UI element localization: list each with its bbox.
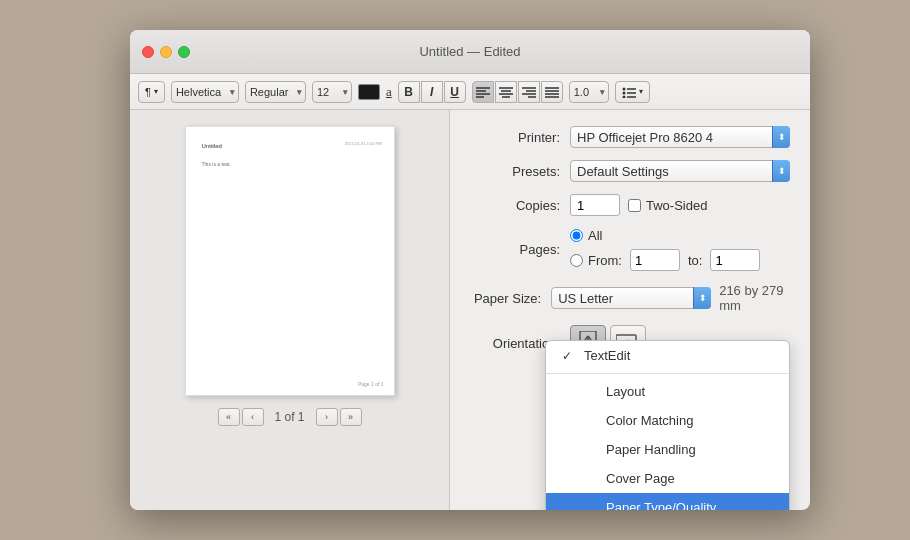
- nav-next-last-group: › »: [316, 408, 362, 426]
- maximize-button[interactable]: [178, 46, 190, 58]
- pages-all-radio-label: All: [570, 228, 760, 243]
- pages-from-radio[interactable]: [570, 254, 583, 267]
- align-right-button[interactable]: [518, 81, 540, 103]
- presets-row: Presets: Default Settings: [470, 160, 790, 182]
- close-button[interactable]: [142, 46, 154, 58]
- printer-label: Printer:: [470, 130, 570, 145]
- align-buttons: [472, 81, 563, 103]
- printer-select[interactable]: HP Officejet Pro 8620 4: [570, 126, 790, 148]
- two-sided-checkbox[interactable]: [628, 199, 641, 212]
- text-color-a[interactable]: a: [386, 84, 392, 100]
- size-selector-wrapper: 12 ▾: [312, 81, 352, 103]
- paper-size-select-wrapper: US Letter: [551, 287, 711, 309]
- svg-point-20: [622, 95, 625, 98]
- format-buttons: B I U: [398, 81, 466, 103]
- line-spacing-wrapper: 1.0 ▾: [569, 81, 609, 103]
- dropdown-item-textedit[interactable]: TextEdit: [546, 341, 789, 370]
- first-page-button[interactable]: «: [218, 408, 240, 426]
- dropdown-item-color-matching[interactable]: Color Matching: [546, 406, 789, 435]
- preview-date: 2015-01-31 4:42 PM: [345, 141, 381, 146]
- pages-from-row: From: to:: [570, 249, 760, 271]
- next-page-button[interactable]: ›: [316, 408, 338, 426]
- copies-input[interactable]: [570, 194, 620, 216]
- font-selector-wrapper: Helvetica ▾: [171, 81, 239, 103]
- size-selector[interactable]: 12: [312, 81, 352, 103]
- align-left-button[interactable]: [472, 81, 494, 103]
- page-count: 1 of 1: [270, 410, 310, 424]
- nav-first-prev-group: « ‹: [218, 408, 264, 426]
- align-center-button[interactable]: [495, 81, 517, 103]
- copies-label: Copies:: [470, 198, 570, 213]
- preview-doc-title: Untitled: [202, 143, 222, 149]
- align-justify-button[interactable]: [541, 81, 563, 103]
- prev-page-button[interactable]: ‹: [242, 408, 264, 426]
- pages-label: Pages:: [470, 242, 570, 257]
- list-dropdown-icon: ▾: [639, 87, 643, 96]
- svg-point-18: [622, 91, 625, 94]
- presets-label: Presets:: [470, 164, 570, 179]
- traffic-lights: [130, 46, 190, 58]
- pages-from-radio-label: From:: [570, 253, 622, 268]
- dropdown-item-paper-type[interactable]: Paper Type/Quality: [546, 493, 789, 510]
- italic-button[interactable]: I: [421, 81, 443, 103]
- print-window: Untitled — Edited ¶ ▾ Helvetica ▾ Regula…: [130, 30, 810, 510]
- settings-panel: Printer: HP Officejet Pro 8620 4 Presets…: [450, 110, 810, 510]
- main-content: Untitled 2015-01-31 4:42 PM This is a te…: [130, 110, 810, 510]
- paper-size-select[interactable]: US Letter: [551, 287, 711, 309]
- color-box[interactable]: [358, 84, 380, 100]
- section-dropdown: TextEdit Layout Color Matching Paper Han…: [545, 340, 790, 510]
- printer-select-wrapper: HP Officejet Pro 8620 4: [570, 126, 790, 148]
- page-preview: Untitled 2015-01-31 4:42 PM This is a te…: [185, 126, 395, 396]
- pages-all-radio[interactable]: [570, 229, 583, 242]
- pages-to-label: to:: [688, 253, 702, 268]
- last-page-button[interactable]: »: [340, 408, 362, 426]
- paragraph-icon: ¶: [145, 86, 151, 98]
- paper-size-label: Paper Size:: [470, 291, 551, 306]
- pages-from-input[interactable]: [630, 249, 680, 271]
- preview-page-number: Page 1 of 1: [358, 381, 384, 387]
- paragraph-button[interactable]: ¶ ▾: [138, 81, 165, 103]
- pages-row: Pages: All From: to:: [470, 228, 790, 271]
- window-title: Untitled — Edited: [419, 44, 520, 59]
- pages-radio-group: All From: to:: [570, 228, 760, 271]
- paper-size-row: Paper Size: US Letter 216 by 279 mm: [470, 283, 790, 313]
- preview-controls: « ‹ 1 of 1 › »: [218, 408, 362, 426]
- two-sided-label: Two-Sided: [628, 198, 707, 213]
- dropdown-item-cover-page[interactable]: Cover Page: [546, 464, 789, 493]
- printer-row: Printer: HP Officejet Pro 8620 4: [470, 126, 790, 148]
- preview-body: This is a test.: [202, 161, 231, 167]
- line-spacing-selector[interactable]: 1.0: [569, 81, 609, 103]
- presets-select[interactable]: Default Settings: [570, 160, 790, 182]
- font-selector[interactable]: Helvetica: [171, 81, 239, 103]
- minimize-button[interactable]: [160, 46, 172, 58]
- paragraph-dropdown-icon: ▾: [154, 87, 158, 96]
- preview-panel: Untitled 2015-01-31 4:42 PM This is a te…: [130, 110, 450, 510]
- bold-button[interactable]: B: [398, 81, 420, 103]
- dropdown-divider-1: [546, 373, 789, 374]
- style-selector-wrapper: Regular ▾: [245, 81, 306, 103]
- dropdown-item-paper-handling[interactable]: Paper Handling: [546, 435, 789, 464]
- dropdown-item-layout[interactable]: Layout: [546, 377, 789, 406]
- presets-select-wrapper: Default Settings: [570, 160, 790, 182]
- pages-to-input[interactable]: [710, 249, 760, 271]
- toolbar: ¶ ▾ Helvetica ▾ Regular ▾ 12 ▾ a B I U: [130, 74, 810, 110]
- svg-point-16: [622, 87, 625, 90]
- copies-row: Copies: Two-Sided: [470, 194, 790, 216]
- list-button[interactable]: ▾: [615, 81, 650, 103]
- titlebar: Untitled — Edited: [130, 30, 810, 74]
- underline-button[interactable]: U: [444, 81, 466, 103]
- paper-size-info: 216 by 279 mm: [719, 283, 790, 313]
- style-selector[interactable]: Regular: [245, 81, 306, 103]
